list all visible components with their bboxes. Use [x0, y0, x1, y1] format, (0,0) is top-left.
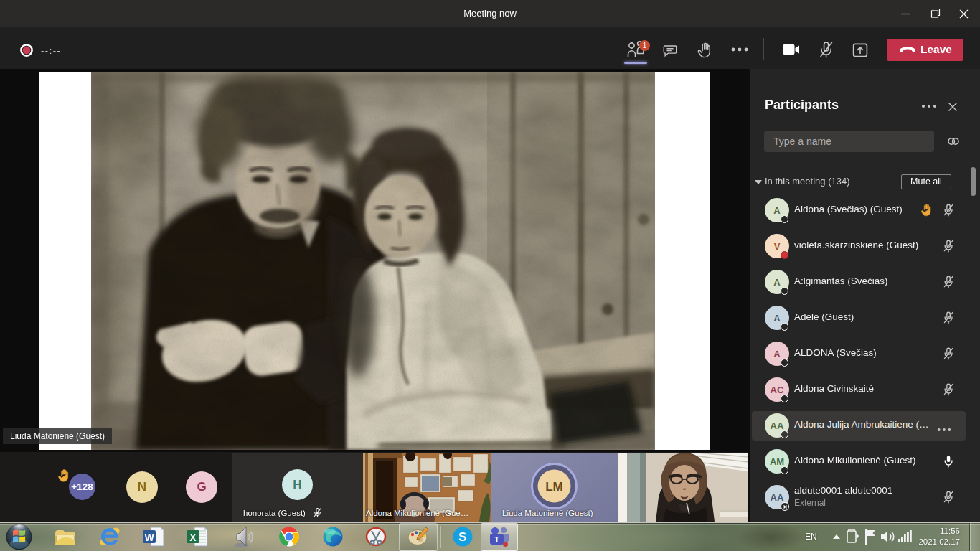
- svg-text:S: S: [458, 530, 466, 544]
- svg-text:T: T: [494, 535, 499, 544]
- svg-text:LM: LM: [545, 480, 563, 494]
- svg-text:W: W: [144, 532, 154, 543]
- svg-text:X: X: [189, 532, 197, 543]
